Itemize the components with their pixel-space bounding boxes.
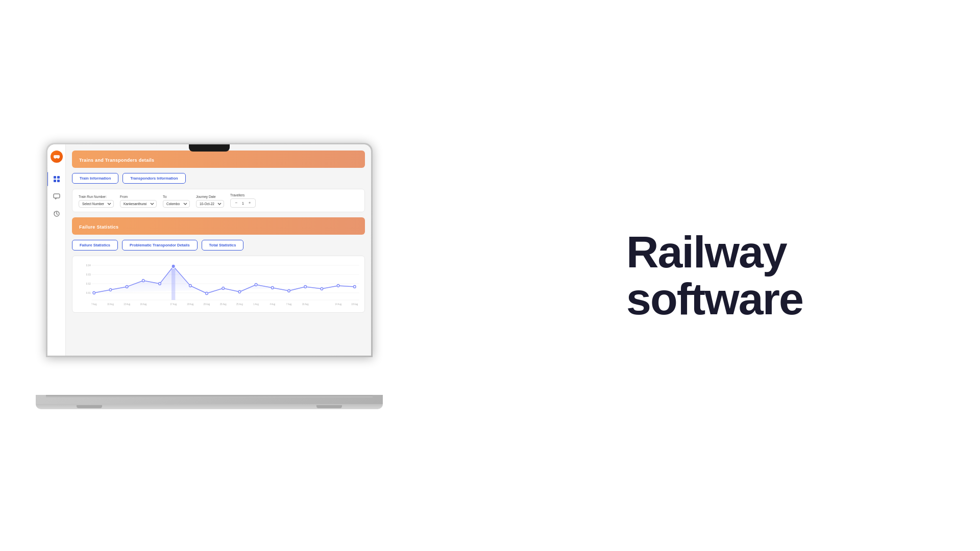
- to-select[interactable]: Colombo: [163, 200, 190, 208]
- laptop-wrapper: Trains and Transponders details Train In…: [36, 143, 383, 408]
- svg-text:1 Aug: 1 Aug: [253, 303, 259, 306]
- svg-rect-6: [57, 180, 60, 182]
- hero-section: Railway software: [419, 229, 980, 323]
- svg-text:18 Aug: 18 Aug: [351, 303, 358, 306]
- message-icon: [52, 191, 62, 202]
- transpondors-information-tab[interactable]: Transpondors Information: [122, 173, 185, 184]
- laptop-notch: [189, 144, 230, 152]
- travellers-field: Travellers − 1 +: [230, 193, 256, 208]
- travellers-stepper: − 1 +: [230, 198, 256, 208]
- svg-rect-3: [54, 176, 56, 179]
- journey-date-select[interactable]: 10-Oct-22: [196, 200, 224, 208]
- svg-point-28: [222, 287, 225, 290]
- train-run-label: Train Run Number:: [79, 195, 114, 198]
- svg-rect-0: [54, 155, 60, 158]
- laptop-feet: [77, 405, 342, 408]
- svg-point-32: [288, 290, 290, 292]
- laptop-base-top: [36, 395, 383, 404]
- sidebar-item-messages[interactable]: [52, 191, 62, 202]
- hero-text: Railway software: [626, 229, 803, 323]
- svg-point-36: [354, 286, 356, 288]
- svg-text:7 Aug: 7 Aug: [91, 303, 97, 306]
- svg-point-31: [272, 287, 274, 289]
- svg-text:0.01: 0.01: [86, 292, 91, 294]
- from-label: From: [120, 195, 157, 198]
- svg-rect-2: [58, 157, 59, 159]
- laptop-screen: Trains and Transponders details Train In…: [47, 144, 371, 356]
- svg-text:7 Aug: 7 Aug: [286, 303, 292, 306]
- svg-text:16 Aug: 16 Aug: [140, 303, 146, 306]
- svg-text:18 Aug: 18 Aug: [187, 303, 193, 306]
- svg-text:4 Aug: 4 Aug: [270, 303, 276, 306]
- line-chart-svg: 0.04 0.03 0.02 0.01: [78, 260, 359, 306]
- svg-text:0.04: 0.04: [86, 264, 91, 267]
- svg-point-24: [159, 283, 161, 285]
- travellers-decrement[interactable]: −: [234, 201, 239, 206]
- problematic-tab[interactable]: Problematic Transpondor Details: [122, 240, 198, 251]
- svg-rect-1: [55, 157, 56, 159]
- train-info-tabs: Train Information Transpondors Informati…: [72, 173, 365, 184]
- failure-tabs: Failure Statistics Problematic Transpond…: [72, 240, 365, 251]
- svg-text:0.02: 0.02: [86, 283, 91, 285]
- train-information-tab[interactable]: Train Information: [72, 173, 118, 184]
- svg-point-30: [255, 284, 257, 286]
- sidebar-item-dashboard[interactable]: [52, 174, 62, 184]
- svg-point-23: [142, 280, 145, 282]
- journey-date-label: Journey Date: [196, 195, 224, 198]
- hero-line1: Railway: [626, 229, 803, 276]
- to-field: To: Colombo: [163, 195, 190, 208]
- from-field: From Kankesanthurai: [120, 195, 157, 208]
- svg-text:25 Aug: 25 Aug: [236, 303, 243, 306]
- svg-point-34: [321, 288, 323, 290]
- failure-header-title: Failure Statistics: [79, 224, 118, 230]
- svg-point-26: [189, 285, 192, 287]
- main-content: Trains and Transponders details Train In…: [66, 144, 371, 356]
- journey-date-field: Journey Date 10-Oct-22: [196, 195, 224, 208]
- train-run-field: Train Run Number: Select Number: [79, 195, 114, 208]
- screen-content: Trains and Transponders details Train In…: [47, 144, 371, 356]
- sidebar-nav: [52, 174, 62, 219]
- trains-section-header: Trains and Transponders details: [72, 151, 365, 168]
- train-form: Train Run Number: Select Number From Kan…: [72, 189, 365, 212]
- svg-text:17 Aug: 17 Aug: [170, 303, 177, 306]
- active-indicator: [47, 172, 48, 186]
- svg-point-27: [206, 292, 208, 295]
- svg-text:14 Aug: 14 Aug: [335, 303, 341, 306]
- svg-text:20 Aug: 20 Aug: [204, 303, 210, 306]
- svg-point-20: [93, 292, 95, 294]
- to-label: To:: [163, 195, 190, 198]
- travellers-increment[interactable]: +: [247, 201, 252, 206]
- travellers-label: Travellers: [230, 193, 256, 197]
- svg-text:10 Aug: 10 Aug: [107, 303, 114, 306]
- total-statistics-tab[interactable]: Total Statistics: [202, 240, 244, 251]
- failure-chart: 0.04 0.03 0.02 0.01: [72, 256, 365, 313]
- svg-rect-5: [54, 180, 56, 182]
- failure-statistics-tab[interactable]: Failure Statistics: [72, 240, 118, 251]
- train-run-select[interactable]: Select Number: [79, 200, 114, 208]
- history-icon: [52, 209, 62, 219]
- svg-point-35: [337, 285, 339, 287]
- svg-point-25: [172, 264, 175, 268]
- svg-text:13 Aug: 13 Aug: [124, 303, 130, 306]
- svg-point-21: [109, 289, 112, 291]
- grid-icon: [52, 174, 62, 184]
- laptop-mockup: Trains and Transponders details Train In…: [0, 0, 419, 551]
- laptop-base-bottom: [36, 404, 383, 409]
- laptop-base: [36, 395, 383, 408]
- laptop-foot-right: [316, 405, 342, 408]
- app-sidebar: [47, 144, 66, 356]
- svg-text:0.03: 0.03: [86, 273, 91, 276]
- app-logo: [51, 151, 63, 163]
- svg-text:23 Aug: 23 Aug: [220, 303, 227, 306]
- sidebar-item-history[interactable]: [52, 209, 62, 219]
- svg-text:10 Aug: 10 Aug: [302, 303, 309, 306]
- form-row: Train Run Number: Select Number From Kan…: [79, 193, 358, 208]
- from-select[interactable]: Kankesanthurai: [120, 200, 157, 208]
- travellers-count: 1: [241, 202, 245, 205]
- hero-line2: software: [626, 276, 803, 322]
- laptop-foot-left: [77, 405, 102, 408]
- svg-rect-4: [57, 176, 60, 179]
- svg-point-33: [304, 286, 307, 288]
- svg-rect-7: [54, 194, 60, 198]
- svg-point-29: [238, 291, 241, 293]
